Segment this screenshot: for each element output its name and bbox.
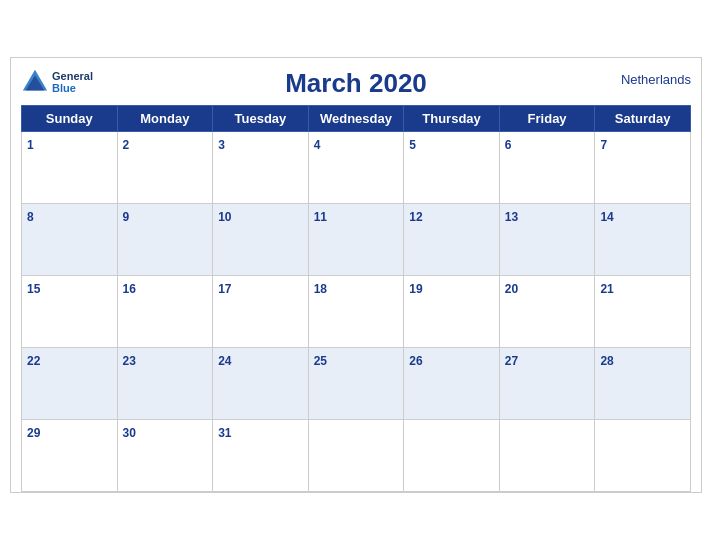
header-tuesday: Tuesday	[213, 106, 309, 132]
week-row-1: 1234567	[22, 132, 691, 204]
day-number-12: 12	[409, 210, 422, 224]
day-number-25: 25	[314, 354, 327, 368]
week-row-2: 891011121314	[22, 204, 691, 276]
day-cell-4: 4	[308, 132, 404, 204]
day-cell-1: 1	[22, 132, 118, 204]
header-monday: Monday	[117, 106, 213, 132]
day-cell-27: 27	[499, 348, 595, 420]
day-number-11: 11	[314, 210, 327, 224]
day-cell-24: 24	[213, 348, 309, 420]
day-number-5: 5	[409, 138, 416, 152]
week-row-5: 293031	[22, 420, 691, 492]
day-cell-19: 19	[404, 276, 500, 348]
header-sunday: Sunday	[22, 106, 118, 132]
day-cell-15: 15	[22, 276, 118, 348]
day-cell-26: 26	[404, 348, 500, 420]
calendar-title: March 2020	[285, 68, 427, 99]
header-row: SundayMondayTuesdayWednesdayThursdayFrid…	[22, 106, 691, 132]
day-number-17: 17	[218, 282, 231, 296]
day-number-15: 15	[27, 282, 40, 296]
header-wednesday: Wednesday	[308, 106, 404, 132]
empty-cell	[404, 420, 500, 492]
day-cell-5: 5	[404, 132, 500, 204]
day-cell-14: 14	[595, 204, 691, 276]
day-number-19: 19	[409, 282, 422, 296]
logo-general: General	[52, 70, 93, 82]
day-number-7: 7	[600, 138, 607, 152]
calendar-container: General Blue March 2020 Netherlands Sund…	[10, 57, 702, 493]
day-cell-25: 25	[308, 348, 404, 420]
day-cell-11: 11	[308, 204, 404, 276]
day-cell-8: 8	[22, 204, 118, 276]
day-number-9: 9	[123, 210, 130, 224]
day-number-21: 21	[600, 282, 613, 296]
day-cell-2: 2	[117, 132, 213, 204]
day-cell-31: 31	[213, 420, 309, 492]
empty-cell	[595, 420, 691, 492]
day-cell-9: 9	[117, 204, 213, 276]
day-number-3: 3	[218, 138, 225, 152]
day-number-26: 26	[409, 354, 422, 368]
header-thursday: Thursday	[404, 106, 500, 132]
day-cell-21: 21	[595, 276, 691, 348]
day-number-22: 22	[27, 354, 40, 368]
day-cell-22: 22	[22, 348, 118, 420]
week-row-4: 22232425262728	[22, 348, 691, 420]
day-cell-20: 20	[499, 276, 595, 348]
day-number-29: 29	[27, 426, 40, 440]
empty-cell	[308, 420, 404, 492]
day-number-14: 14	[600, 210, 613, 224]
day-cell-10: 10	[213, 204, 309, 276]
generalblue-logo-icon	[21, 68, 49, 96]
day-number-27: 27	[505, 354, 518, 368]
empty-cell	[499, 420, 595, 492]
day-number-18: 18	[314, 282, 327, 296]
day-cell-12: 12	[404, 204, 500, 276]
day-cell-28: 28	[595, 348, 691, 420]
day-number-8: 8	[27, 210, 34, 224]
day-cell-18: 18	[308, 276, 404, 348]
day-number-2: 2	[123, 138, 130, 152]
calendar-grid: SundayMondayTuesdayWednesdayThursdayFrid…	[21, 105, 691, 492]
logo-area: General Blue	[21, 68, 93, 96]
week-row-3: 15161718192021	[22, 276, 691, 348]
day-cell-29: 29	[22, 420, 118, 492]
day-number-16: 16	[123, 282, 136, 296]
day-number-13: 13	[505, 210, 518, 224]
day-number-1: 1	[27, 138, 34, 152]
day-number-4: 4	[314, 138, 321, 152]
calendar-header: General Blue March 2020 Netherlands	[21, 68, 691, 99]
day-number-10: 10	[218, 210, 231, 224]
day-cell-23: 23	[117, 348, 213, 420]
logo-text: General Blue	[52, 70, 93, 94]
country-label: Netherlands	[621, 72, 691, 87]
day-number-6: 6	[505, 138, 512, 152]
day-number-31: 31	[218, 426, 231, 440]
day-cell-7: 7	[595, 132, 691, 204]
header-saturday: Saturday	[595, 106, 691, 132]
header-friday: Friday	[499, 106, 595, 132]
day-number-24: 24	[218, 354, 231, 368]
day-number-28: 28	[600, 354, 613, 368]
day-number-23: 23	[123, 354, 136, 368]
day-cell-13: 13	[499, 204, 595, 276]
day-cell-17: 17	[213, 276, 309, 348]
day-cell-3: 3	[213, 132, 309, 204]
day-cell-6: 6	[499, 132, 595, 204]
day-number-20: 20	[505, 282, 518, 296]
day-cell-16: 16	[117, 276, 213, 348]
day-cell-30: 30	[117, 420, 213, 492]
logo-blue: Blue	[52, 82, 93, 94]
day-number-30: 30	[123, 426, 136, 440]
